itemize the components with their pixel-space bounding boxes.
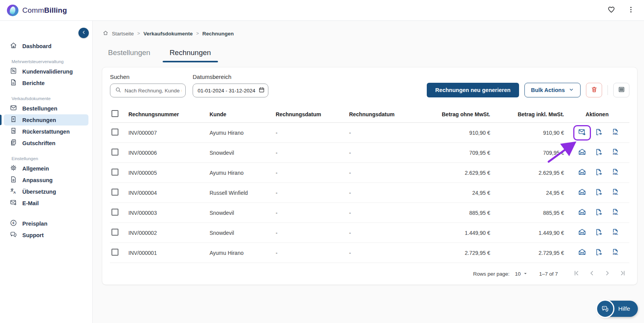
sidebar-section-vat: Mehrwertsteuerverwaltung (12, 59, 92, 64)
search-icon (115, 87, 121, 95)
table-row: INV/000001 Ayumu Hirano - - 2.729,95 € 2… (110, 243, 629, 263)
resend-email-button[interactable] (576, 167, 588, 179)
last-page-icon (619, 269, 626, 278)
export-document-button[interactable] (593, 247, 604, 259)
bulk-actions-button[interactable]: Bulk Actions (524, 83, 581, 97)
export-xml-button[interactable] (609, 187, 621, 199)
export-xml-button[interactable] (609, 127, 621, 139)
next-page-button[interactable] (602, 268, 612, 279)
sidebar-item-email[interactable]: E-Mail (4, 197, 88, 209)
mail-open-icon (578, 228, 586, 238)
resend-email-button[interactable] (576, 227, 588, 239)
euro-circle-icon: € (10, 219, 17, 228)
favorites-button[interactable] (606, 5, 616, 16)
sidebar: Dashboard Mehrwertsteuerverwaltung Kunde… (0, 21, 93, 323)
tab-bar: Bestellungen Rechnungen (101, 46, 644, 62)
send-email-button[interactable] (576, 127, 588, 139)
export-document-button[interactable] (593, 147, 604, 159)
invoice-number: INV/000006 (128, 150, 210, 156)
row-checkbox[interactable] (111, 209, 118, 216)
net-amount: 24,95 € (418, 190, 491, 196)
search-input[interactable] (125, 88, 181, 94)
row-checkbox[interactable] (111, 249, 118, 256)
date-range-field[interactable]: 01-01-2024 - 31-12-2024 (193, 84, 268, 97)
resend-email-button[interactable] (576, 187, 588, 199)
kebab-menu-icon (627, 6, 635, 15)
mail-gear-icon (10, 199, 17, 208)
delete-button[interactable] (586, 83, 602, 97)
columns-button[interactable] (613, 83, 629, 97)
export-document-button[interactable] (593, 207, 604, 219)
sidebar-item-kundenvalidierung[interactable]: Kundenvalidierung (4, 66, 88, 77)
brand-name: CommBilling (22, 6, 67, 15)
help-button[interactable]: Hilfe (597, 301, 638, 317)
first-page-button[interactable] (571, 268, 582, 279)
row-checkbox[interactable] (111, 149, 118, 156)
resend-email-button[interactable] (576, 147, 588, 159)
document-export-icon (594, 148, 603, 157)
more-options-button[interactable] (626, 5, 636, 15)
sidebar-item-bestellungen[interactable]: Bestellungen (4, 103, 88, 114)
gross-amount: 2.729,95 € (491, 250, 565, 256)
row-checkbox[interactable] (111, 229, 118, 236)
tab-bestellungen[interactable]: Bestellungen (101, 46, 157, 62)
gross-amount: 910,90 € (491, 130, 565, 136)
invoice-date: - (276, 150, 349, 156)
sidebar-item-allgemein[interactable]: Allgemein (4, 163, 88, 174)
export-document-button[interactable] (593, 227, 604, 239)
breadcrumb-home-icon[interactable] (103, 30, 108, 37)
row-checkbox[interactable] (111, 189, 118, 196)
invoice-date: - (276, 190, 349, 196)
export-xml-button[interactable] (609, 227, 621, 239)
sidebar-item-berichte[interactable]: Berichte (4, 77, 88, 89)
calendar-icon (258, 87, 265, 95)
breadcrumb-item[interactable]: Startseite (112, 31, 134, 37)
customer-name: Ayumu Hirano (210, 250, 276, 256)
row-checkbox[interactable] (111, 169, 118, 176)
sidebar-item-preisplan[interactable]: € Preisplan (4, 218, 88, 229)
xml-export-icon (611, 128, 619, 137)
export-document-button[interactable] (593, 187, 604, 199)
row-checkbox[interactable] (111, 129, 118, 136)
export-xml-button[interactable] (609, 147, 621, 159)
sidebar-item-anpassung[interactable]: Anpassung (4, 174, 88, 186)
sidebar-item-support[interactable]: Support (4, 229, 88, 241)
breadcrumb-item[interactable]: Verkaufsdokumente (143, 31, 193, 37)
rows-per-page-select[interactable]: 10 (515, 271, 528, 277)
export-document-button[interactable] (593, 127, 604, 139)
previous-page-button[interactable] (586, 268, 597, 279)
export-xml-button[interactable] (609, 167, 621, 179)
sidebar-item-label: Übersetzung (22, 189, 56, 195)
chevron-down-icon (569, 87, 574, 94)
invoice-date: - (276, 210, 349, 216)
document-export-icon (594, 168, 603, 177)
last-page-button[interactable] (617, 268, 628, 279)
tab-rechnungen[interactable]: Rechnungen (163, 46, 218, 62)
export-document-button[interactable] (593, 167, 604, 179)
rows-per-page-label: Rows per page: (473, 271, 510, 277)
breadcrumb-item[interactable]: Rechnungen (202, 31, 234, 37)
sidebar-item-uebersetzung[interactable]: A Übersetzung (4, 186, 88, 197)
net-amount: 885,95 € (418, 210, 491, 216)
app-logo[interactable]: CommBilling (7, 5, 67, 16)
export-xml-button[interactable] (609, 247, 621, 259)
resend-email-button[interactable] (576, 247, 588, 259)
sidebar-item-dashboard[interactable]: Dashboard (4, 40, 88, 52)
mail-open-icon (578, 208, 586, 218)
gear-icon (10, 164, 17, 173)
resend-email-button[interactable] (576, 207, 588, 219)
heart-icon (607, 5, 616, 15)
table-row: INV/000002 Snowdevil - - 1.449,90 € 1.44… (110, 223, 629, 243)
sidebar-item-rechnungen[interactable]: € Rechnungen (4, 114, 88, 126)
invoices-table: Rechnungsnummer Kunde Rechnungsdatum Rec… (110, 106, 629, 263)
regenerate-invoices-button[interactable]: Rechnungen neu generieren (427, 83, 519, 97)
sidebar-collapse-button[interactable] (78, 28, 89, 38)
export-xml-button[interactable] (609, 207, 621, 219)
sidebar-item-rueckerstattungen[interactable]: Rückerstattungen (4, 126, 88, 137)
table-row: INV/000004 Russell Winfield - - 24,95 € … (110, 183, 629, 203)
select-all-checkbox[interactable] (111, 110, 118, 117)
chevron-left-icon (588, 269, 596, 278)
sidebar-item-gutschriften[interactable]: Gutschriften (4, 137, 88, 149)
table-row: INV/000006 Snowdevil - - 709,95 € 709,95… (110, 143, 629, 163)
document-export-icon (594, 248, 603, 258)
